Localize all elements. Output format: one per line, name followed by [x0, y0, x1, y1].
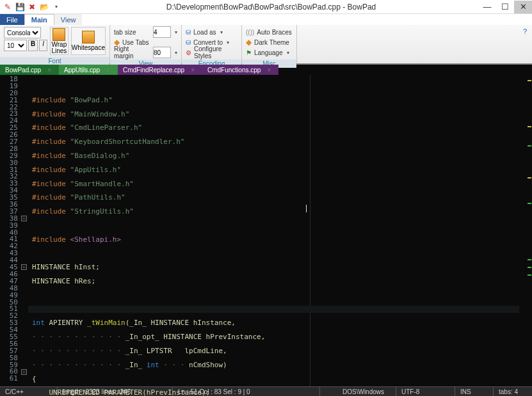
code-area[interactable]: #include "BowPad.h" #include "MainWindow… — [28, 75, 526, 386]
file-tab[interactable]: CmdFindReplace.cpp× — [118, 65, 202, 75]
font-size-select[interactable]: 10 — [4, 40, 27, 51]
close-button[interactable]: ✕ — [514, 1, 532, 13]
close-tab-icon[interactable]: × — [47, 67, 51, 74]
open-icon[interactable]: 📂 — [39, 2, 49, 12]
whitespace-button[interactable]: Whitespace — [71, 27, 106, 55]
titlebar: ✎ 💾 ✖ 📂 ▾ D:\Development\BowPad\BowPad\s… — [0, 0, 532, 14]
font-name-select[interactable]: Consolas — [4, 27, 41, 38]
tab-main[interactable]: Main — [24, 14, 54, 25]
darktheme-button[interactable]: Dark Theme — [254, 39, 289, 46]
fold-toggle[interactable]: - — [21, 264, 27, 270]
ribbon: Consolas 10 B I Wrap Lines Whitespace Fo… — [0, 25, 532, 65]
change-marker — [528, 203, 531, 204]
italic-button[interactable]: I — [39, 40, 47, 51]
rightmargin-input[interactable] — [153, 47, 171, 58]
close-tab-icon[interactable]: × — [267, 67, 271, 74]
whitespace-icon — [82, 31, 95, 44]
dropdown-icon[interactable]: ▾ — [51, 2, 61, 12]
window-title: D:\Development\BowPad\BowPad\src\BowPad.… — [64, 3, 478, 12]
right-margin-line — [310, 75, 310, 386]
change-marker — [528, 177, 531, 178]
help-button[interactable]: ? — [518, 25, 532, 63]
tabsize-label: tab size — [114, 29, 136, 36]
fold-toggle[interactable]: - — [21, 369, 27, 375]
file-tabs: BowPad.cpp×AppUtils.cpp×CmdFindReplace.c… — [0, 65, 532, 75]
globe-icon: ⚑ — [246, 49, 252, 56]
convert-icon: ⛁ — [186, 39, 191, 46]
rightmargin-label: Right margin — [114, 45, 148, 59]
wrap-lines-button[interactable]: Wrap Lines — [50, 27, 69, 55]
file-tab[interactable]: AppUtils.cpp× — [59, 65, 118, 75]
close-tab-icon[interactable]: × — [191, 67, 195, 74]
change-marker — [528, 126, 531, 127]
tabsize-input[interactable] — [153, 26, 171, 38]
app-icon: ✎ — [3, 2, 13, 12]
change-marker — [528, 145, 531, 147]
tab-view[interactable]: View — [54, 14, 83, 25]
configure-styles-button[interactable]: Configure Styles — [194, 45, 238, 59]
bold-button[interactable]: B — [28, 40, 38, 51]
maximize-button[interactable]: ☐ — [496, 1, 514, 13]
ribbon-tabs: File Main View — [0, 14, 532, 25]
autobraces-button[interactable]: Auto Braces — [257, 29, 291, 36]
close-tab-icon[interactable]: × — [106, 67, 110, 74]
marker-bar — [526, 75, 532, 386]
change-marker — [528, 274, 531, 276]
tab-file[interactable]: File — [0, 14, 24, 25]
close-doc-icon[interactable]: ✖ — [27, 2, 37, 12]
usetabs-button[interactable]: Use Tabs — [122, 39, 149, 46]
fold-toggle[interactable]: - — [21, 216, 27, 221]
language-button[interactable]: Language — [254, 49, 283, 56]
change-marker — [528, 259, 531, 260]
text-cursor — [306, 205, 307, 212]
fold-gutter: --- — [20, 75, 28, 386]
minimize-button[interactable]: — — [478, 1, 496, 13]
change-marker — [528, 267, 531, 268]
window-buttons: — ☐ ✕ — [478, 1, 532, 13]
loadas-button[interactable]: Load as — [193, 29, 216, 36]
change-marker — [528, 80, 531, 81]
file-tab[interactable]: BowPad.cpp× — [0, 65, 59, 75]
disk-icon: ⛁ — [186, 29, 191, 36]
file-tab[interactable]: CmdFunctions.cpp× — [202, 65, 278, 75]
palette-icon: ⚙ — [186, 49, 191, 56]
convertto-button[interactable]: Convert to — [193, 39, 223, 46]
quick-access-toolbar: ✎ 💾 ✖ 📂 ▾ — [0, 2, 64, 12]
save-icon[interactable]: 💾 — [15, 2, 25, 12]
wrap-icon — [52, 28, 65, 41]
editor: 1819202122232425262728293031323334353637… — [0, 75, 532, 386]
line-gutter: 1819202122232425262728293031323334353637… — [0, 75, 20, 386]
